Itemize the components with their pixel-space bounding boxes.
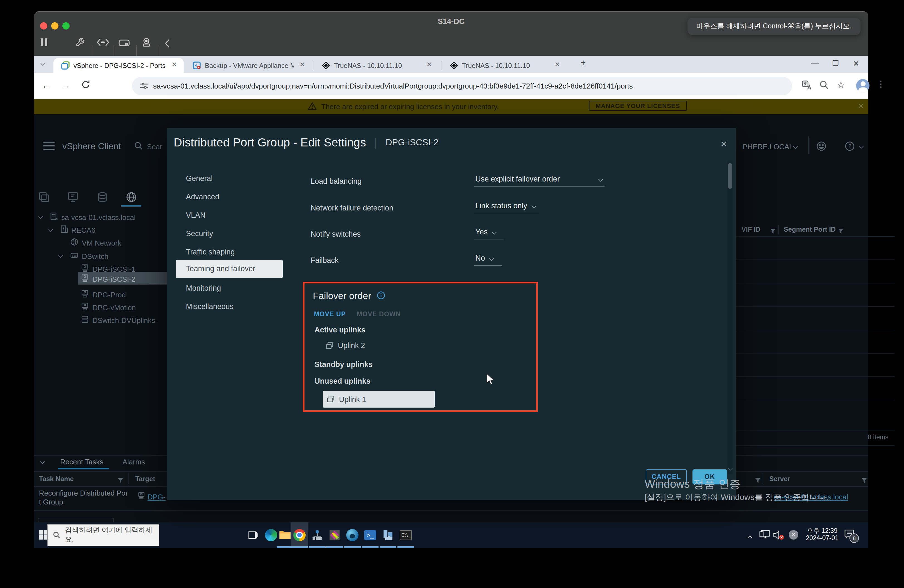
refresh-icon[interactable] — [81, 80, 91, 92]
filter-funnel-icon[interactable] — [755, 476, 760, 485]
chrome-icon[interactable] — [291, 526, 308, 544]
manage-licenses-button[interactable]: MANAGE YOUR LICENSES — [589, 101, 687, 111]
panel-collapse-chevron-icon[interactable] — [40, 459, 45, 464]
tray-clock[interactable]: 오후 12:39 2024-07-01 — [805, 527, 839, 542]
tree-expand-chevron[interactable] — [38, 214, 43, 219]
toolbox-app-icon[interactable] — [379, 526, 397, 544]
tree-item[interactable]: VM Network — [82, 239, 121, 247]
move-up-button[interactable]: MOVE UP — [314, 311, 346, 318]
taskbar-search-box[interactable]: 검색하려면 여기에 입력하세요. — [47, 524, 159, 546]
profile-avatar[interactable] — [856, 79, 869, 92]
column-header[interactable]: Task Name — [39, 475, 74, 483]
tray-expand-chevron-icon[interactable] — [748, 532, 751, 542]
url-text[interactable]: sa-vcsa-01.vclass.local/ui/app/dvportgro… — [153, 82, 782, 90]
search-icon[interactable] — [134, 141, 143, 153]
tree-item[interactable]: DPG-iSCSI-1 — [92, 265, 136, 273]
disk-drive-icon[interactable] — [119, 38, 130, 49]
filter-funnel-icon[interactable] — [862, 476, 867, 485]
tree-item[interactable]: DPG-vMotion — [92, 303, 136, 312]
filter-funnel-icon[interactable] — [118, 476, 123, 485]
load-balancing-select[interactable]: Use explicit failover order — [474, 175, 605, 187]
tree-item[interactable]: sa-vcsa-01.vclass.local — [61, 213, 136, 221]
nav-vlan[interactable]: VLAN — [186, 211, 206, 220]
nav-teaming-failover[interactable]: Teaming and failover — [186, 264, 255, 273]
task-target-link[interactable]: DPG- — [147, 493, 166, 501]
pause-icon[interactable] — [41, 38, 47, 46]
wrench-icon[interactable] — [75, 37, 85, 49]
tab-close-icon[interactable]: ✕ — [171, 61, 177, 68]
blue-sphere-app-icon[interactable] — [343, 526, 361, 544]
nav-monitoring[interactable]: Monitoring — [186, 284, 221, 292]
tab-close-icon[interactable]: ✕ — [555, 61, 560, 68]
network-tool-icon[interactable] — [308, 526, 326, 544]
filter-funnel-icon[interactable] — [838, 226, 843, 236]
site-settings-icon[interactable] — [140, 81, 149, 92]
tab-search-chevron-icon[interactable] — [41, 61, 45, 66]
tab-alarms[interactable]: Alarms — [122, 458, 145, 466]
browser-menu-kebab-icon[interactable]: ⋮ — [877, 79, 885, 89]
cmd-icon[interactable]: C:\_ — [397, 526, 415, 544]
tray-network-icon[interactable] — [759, 530, 770, 542]
help-icon[interactable]: ? — [844, 141, 855, 154]
inventory-tab-networking-icon[interactable] — [126, 191, 137, 205]
inventory-tab-hosts-icon[interactable] — [38, 191, 49, 205]
tab-truenas-1[interactable]: TrueNAS - 10.10.11.10 ✕ — [315, 58, 439, 73]
notify-switches-select[interactable]: Yes — [474, 228, 504, 239]
tree-expand-chevron[interactable] — [58, 253, 63, 258]
filter-funnel-icon[interactable] — [770, 226, 775, 236]
move-down-button[interactable]: MOVE DOWN — [357, 311, 401, 318]
graphics-app-icon[interactable] — [326, 526, 343, 544]
tree-item-selected[interactable]: DPG-iSCSI-2 — [92, 275, 136, 283]
window-close-button[interactable]: ✕ — [853, 59, 859, 68]
inventory-tab-vms-icon[interactable] — [67, 191, 79, 205]
tree-expand-chevron[interactable] — [49, 227, 53, 232]
info-icon[interactable] — [377, 291, 385, 302]
nav-security[interactable]: Security — [186, 229, 213, 238]
back-angle-icon[interactable] — [164, 39, 170, 50]
banner-close-icon[interactable]: ✕ — [858, 102, 864, 110]
failback-select[interactable]: No — [474, 254, 502, 266]
dialog-scrollbar-thumb[interactable] — [728, 163, 732, 189]
hamburger-menu-icon[interactable] — [43, 142, 55, 152]
column-header[interactable]: Target — [135, 475, 155, 483]
task-view-icon[interactable] — [244, 526, 262, 544]
new-tab-button[interactable]: + — [581, 58, 586, 68]
code-console-icon[interactable] — [97, 38, 109, 49]
tray-volume-muted-icon[interactable] — [773, 530, 785, 542]
nav-miscellaneous[interactable]: Miscellaneous — [186, 302, 234, 311]
global-search-text[interactable]: Sear — [147, 142, 162, 151]
tree-item[interactable]: DSwitch-DVUplinks- — [92, 316, 158, 325]
column-header[interactable]: Segment Port ID — [784, 226, 836, 233]
search-page-icon[interactable] — [819, 80, 829, 92]
tray-x-circle-icon[interactable]: ✕ — [789, 530, 798, 539]
tree-item[interactable]: DSwitch — [82, 252, 108, 261]
window-maximize-button[interactable]: ❐ — [832, 59, 839, 67]
window-minimize-button[interactable]: — — [811, 58, 819, 67]
nav-traffic-shaping[interactable]: Traffic shaping — [186, 248, 235, 256]
uplink-row-unused-selected[interactable]: Uplink 1 — [323, 391, 435, 408]
uplink-row-active[interactable]: Uplink 2 — [326, 341, 365, 350]
bookmark-star-icon[interactable]: ☆ — [837, 79, 845, 91]
tab-recent-tasks[interactable]: Recent Tasks — [60, 458, 104, 466]
tab-backup-appliance[interactable]: Backup - VMware Appliance M ✕ — [186, 58, 312, 73]
back-icon[interactable]: ← — [42, 80, 51, 91]
tab-close-icon[interactable]: ✕ — [299, 61, 305, 68]
inventory-tab-storage-icon[interactable] — [97, 191, 108, 205]
notification-center-icon[interactable]: 8 — [844, 528, 855, 542]
tab-vsphere[interactable]: vSphere - DPG-iSCSI-2 - Ports ✕ — [54, 58, 184, 73]
nav-general[interactable]: General — [186, 174, 213, 183]
account-menu[interactable]: PHERE.LOCAL — [743, 142, 793, 151]
tree-item[interactable]: DPG-Prod — [92, 291, 126, 299]
column-header[interactable]: Server — [769, 475, 790, 483]
column-header[interactable]: VIF ID — [741, 226, 760, 233]
nav-advanced[interactable]: Advanced — [186, 193, 219, 201]
forward-icon[interactable]: → — [61, 80, 71, 91]
feedback-smiley-icon[interactable] — [816, 141, 827, 154]
dialog-scrollbar-track[interactable] — [727, 161, 733, 474]
start-button[interactable] — [39, 530, 49, 542]
tree-item[interactable]: RECA6 — [71, 226, 95, 234]
camera-device-icon[interactable] — [141, 37, 152, 49]
failure-detection-select[interactable]: Link status only — [474, 202, 539, 213]
powershell-icon[interactable]: >_ — [361, 526, 379, 544]
translate-icon[interactable] — [801, 80, 812, 92]
